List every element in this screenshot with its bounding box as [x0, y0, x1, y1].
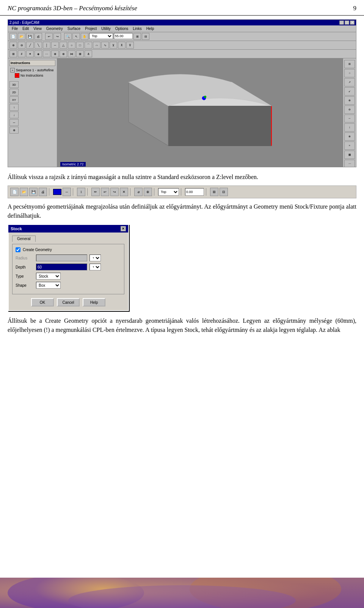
side-btn-arrow2[interactable]: ↓: [9, 112, 19, 118]
side-btn-xy[interactable]: XY: [9, 96, 19, 103]
view-value-input[interactable]: [114, 33, 133, 39]
right-btn-10[interactable]: ≡: [344, 141, 355, 150]
tb2-10[interactable]: ⌒: [85, 42, 92, 49]
ts-snap[interactable]: ⊕: [144, 188, 152, 196]
ts-color[interactable]: [53, 189, 61, 195]
tb2-11[interactable]: ⌓: [93, 42, 100, 49]
menu-geometry[interactable]: Geometry: [44, 26, 65, 31]
right-btn-1[interactable]: ⊞: [344, 60, 355, 68]
right-btn-11[interactable]: ▦: [344, 151, 355, 159]
tb2-6[interactable]: ─: [51, 42, 59, 49]
tb3-10[interactable]: ⋔: [85, 50, 92, 57]
tb3-3[interactable]: ✦: [26, 50, 34, 57]
tb2-2[interactable]: ⊖: [18, 42, 25, 49]
ts-save[interactable]: 💾: [29, 188, 38, 196]
maximize-button[interactable]: □: [345, 20, 349, 25]
ts-new[interactable]: 📄: [10, 188, 19, 196]
side-btn-arrow1[interactable]: ↑: [9, 104, 19, 111]
menu-links[interactable]: Links: [130, 26, 144, 31]
tb2-9[interactable]: □: [76, 42, 84, 49]
ts-pencil[interactable]: ✏: [91, 188, 100, 196]
view-select[interactable]: Top Front Side Isometric: [89, 33, 113, 39]
radius-input[interactable]: [36, 255, 87, 261]
right-btn-7[interactable]: ↔: [344, 115, 355, 123]
side-btn-3d[interactable]: 3D: [9, 81, 19, 88]
toolbar-select[interactable]: ↖: [72, 33, 80, 40]
menu-view[interactable]: View: [31, 26, 44, 31]
dialog-close-button[interactable]: ✕: [121, 226, 126, 231]
ts-num[interactable]: 1: [77, 188, 85, 196]
minimize-button[interactable]: _: [339, 20, 344, 25]
tb3-6[interactable]: ⊕: [51, 50, 59, 57]
right-btn-6[interactable]: ⊖: [344, 105, 355, 114]
help-button[interactable]: Help: [83, 298, 105, 306]
toolbar-extra1[interactable]: ⊞: [133, 33, 141, 40]
ts-value-input[interactable]: [185, 188, 204, 196]
tb2-14[interactable]: ⊼: [118, 42, 126, 49]
side-btn-line[interactable]: ─: [9, 119, 19, 126]
tb2-12[interactable]: ∿: [101, 42, 109, 49]
tb3-5[interactable]: ⋯: [43, 50, 50, 57]
toolbar-print[interactable]: 🖨: [35, 33, 42, 40]
ts-print[interactable]: 🖨: [39, 188, 47, 196]
side-btn-2d[interactable]: 2D: [9, 89, 19, 96]
menu-help[interactable]: Help: [144, 26, 157, 31]
tb3-1[interactable]: ⊞: [9, 50, 17, 57]
menu-file[interactable]: File: [9, 26, 20, 31]
tb2-15[interactable]: ⊽: [126, 42, 134, 49]
ts-view-select[interactable]: Top: [158, 188, 179, 196]
right-btn-12[interactable]: ⋯: [344, 160, 355, 167]
ok-button[interactable]: OK: [31, 298, 54, 306]
tb3-4[interactable]: ◈: [35, 50, 42, 57]
depth-select[interactable]: ▼: [89, 264, 101, 270]
ts-redo2[interactable]: ↪: [110, 188, 119, 196]
tb2-1[interactable]: ⊕: [9, 42, 17, 49]
ts-extra2[interactable]: ⊟: [220, 188, 228, 196]
tb2-8[interactable]: ○: [68, 42, 75, 49]
toolbar-save[interactable]: 💾: [26, 33, 34, 40]
shape-select[interactable]: Box Cylinder: [36, 282, 61, 289]
right-btn-9[interactable]: ⊗: [344, 132, 355, 141]
create-geometry-checkbox[interactable]: [16, 247, 20, 252]
menu-surface[interactable]: Surface: [65, 26, 83, 31]
toolbar-open[interactable]: 📂: [18, 33, 25, 40]
toolbar-extra2[interactable]: ⊟: [142, 33, 149, 40]
tb3-7[interactable]: ⊗: [60, 50, 67, 57]
tb3-2[interactable]: #: [18, 50, 25, 57]
right-btn-4[interactable]: ↙: [344, 87, 355, 96]
menu-options[interactable]: Options: [113, 26, 130, 31]
ts-line[interactable]: ─: [63, 188, 71, 196]
toolbar-undo[interactable]: ↩: [45, 33, 53, 40]
close-button[interactable]: ✕: [350, 20, 355, 25]
tb2-3[interactable]: ╱: [26, 42, 34, 49]
menu-project[interactable]: Project: [83, 26, 99, 31]
tb2-5[interactable]: │: [43, 42, 50, 49]
toolbar-new[interactable]: 📄: [9, 33, 17, 40]
ts-x[interactable]: ✕: [120, 188, 128, 196]
right-btn-8[interactable]: ↕: [344, 123, 355, 132]
cancel-button[interactable]: Cancel: [57, 298, 80, 306]
tb2-7[interactable]: △: [60, 42, 67, 49]
side-btn-extra[interactable]: ⊕: [9, 127, 19, 134]
toolbar-zoom[interactable]: 🔍: [64, 33, 72, 40]
ts-extra1[interactable]: ⊞: [210, 188, 218, 196]
right-btn-5[interactable]: ⊕: [344, 96, 355, 105]
ts-undo2[interactable]: ↩: [101, 188, 109, 196]
ts-open[interactable]: 📂: [20, 188, 28, 196]
menu-edit[interactable]: Edit: [20, 26, 31, 31]
tb2-4[interactable]: ╲: [35, 42, 42, 49]
menu-utility[interactable]: Utility: [99, 26, 113, 31]
tb2-13[interactable]: ⊻: [110, 42, 117, 49]
toolbar-redo[interactable]: ↪: [53, 33, 61, 40]
toolbar-pan[interactable]: ✋: [81, 33, 88, 40]
right-btn-3[interactable]: ↗: [344, 78, 355, 86]
radius-select[interactable]: ▼: [89, 255, 101, 261]
tab-general[interactable]: General: [12, 236, 36, 242]
ts-angle[interactable]: ⌀: [134, 188, 143, 196]
depth-input[interactable]: [36, 264, 87, 270]
tree-item-1[interactable]: + Sequence 1 - autoRefine: [9, 68, 55, 73]
tb3-9[interactable]: ⊠: [76, 50, 84, 57]
right-btn-2[interactable]: ○: [344, 69, 355, 77]
type-select[interactable]: Stock Fixture: [36, 273, 61, 280]
tree-item-2[interactable]: ! No Instructions: [9, 73, 55, 78]
